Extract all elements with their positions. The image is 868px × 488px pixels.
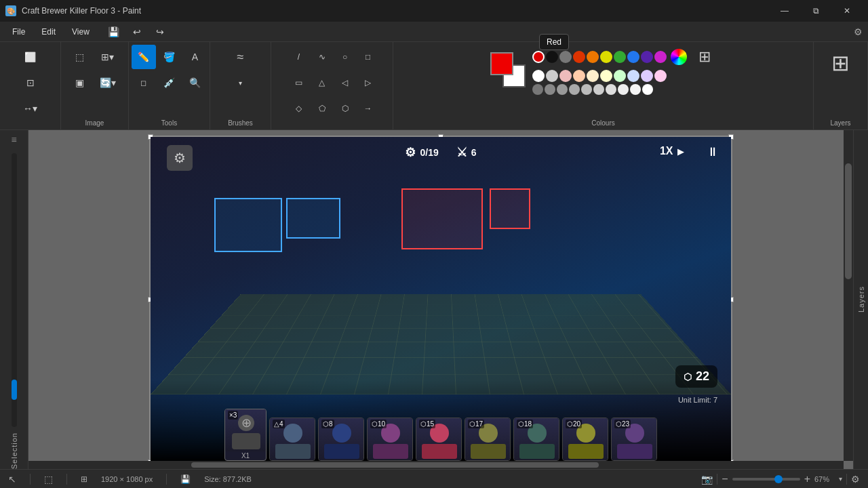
- zoom-dropdown-button[interactable]: ▾: [839, 475, 842, 483]
- diamond-tool[interactable]: ◇: [287, 96, 311, 121]
- swatch-darkred[interactable]: [573, 51, 585, 63]
- menu-item-view[interactable]: View: [65, 24, 96, 39]
- horizontal-scrollbar[interactable]: [28, 461, 844, 469]
- app-settings-button[interactable]: ⚙: [854, 26, 863, 37]
- rect-tool[interactable]: □: [356, 45, 380, 69]
- canvas-viewport[interactable]: ⚙ ⚙ 0/19 ⚔ 6 1X ▶ ⏸: [28, 130, 853, 469]
- swatch-lightyellow[interactable]: [600, 70, 612, 82]
- swatch-pink[interactable]: [654, 51, 667, 63]
- swatch-g1[interactable]: [532, 84, 543, 95]
- zoom-tool-button[interactable]: 🔍: [183, 70, 208, 95]
- swatch-lightgreen[interactable]: [614, 70, 626, 82]
- swatch-lavender[interactable]: [641, 70, 653, 82]
- colour-palette: ⊞: [532, 45, 717, 95]
- hud-gear-button[interactable]: ⚙: [167, 145, 193, 171]
- rainbow-color-button[interactable]: [671, 49, 687, 65]
- image-btn1[interactable]: ⬚: [68, 45, 92, 69]
- zoom-out-button[interactable]: −: [722, 473, 728, 485]
- pencil-button[interactable]: ✏️: [132, 45, 156, 69]
- red-box-1: [401, 188, 483, 249]
- image-btn4[interactable]: 🔄▾: [94, 70, 122, 95]
- swatch-g3[interactable]: [557, 84, 568, 95]
- canvas-image: ⚙ ⚙ 0/19 ⚔ 6 1X ▶ ⏸: [151, 137, 731, 462]
- brush-shape-btn[interactable]: ▾: [226, 70, 255, 95]
- h-scroll-thumb[interactable]: [191, 462, 599, 468]
- swatch-lightblue[interactable]: [627, 70, 639, 82]
- tri2-tool[interactable]: ▷: [356, 70, 380, 95]
- char-card-4[interactable]: ⬡15: [416, 418, 462, 461]
- swatch-lightpink[interactable]: [654, 70, 667, 82]
- text-button[interactable]: A: [183, 45, 208, 69]
- swatch-pinklight[interactable]: [559, 70, 572, 82]
- curve-tool[interactable]: ∿: [310, 45, 334, 69]
- swatch-g4[interactable]: [569, 84, 580, 95]
- swatch-blue[interactable]: [627, 51, 639, 63]
- swatch-g10[interactable]: [642, 84, 653, 95]
- zoom-in-button[interactable]: +: [804, 473, 810, 485]
- status-sep-1: [30, 474, 31, 485]
- swatch-g7[interactable]: [606, 84, 616, 95]
- line-tool[interactable]: /: [287, 45, 311, 69]
- swatch-gray[interactable]: [559, 51, 572, 63]
- swatch-lightgray[interactable]: [546, 70, 558, 82]
- swatch-black[interactable]: [546, 51, 558, 63]
- char-card-6[interactable]: ⬡18: [513, 418, 559, 461]
- layers-button[interactable]: ⊞: [831, 50, 850, 76]
- swatch-g8[interactable]: [618, 84, 629, 95]
- eraser-button[interactable]: ◻: [132, 70, 156, 95]
- swatch-g2[interactable]: [545, 84, 555, 95]
- zoom-thumb[interactable]: [774, 475, 783, 483]
- layers-icon-button[interactable]: ⊞: [692, 45, 717, 69]
- tri-tool[interactable]: △: [310, 70, 334, 95]
- swatch-peach[interactable]: [573, 70, 585, 82]
- menu-item-edit[interactable]: Edit: [35, 24, 62, 39]
- swatch-white[interactable]: [532, 70, 545, 82]
- char-card-8[interactable]: ⬡23: [611, 418, 657, 461]
- close-button[interactable]: ✕: [831, 0, 863, 22]
- char-card-3[interactable]: ⬡10: [367, 418, 413, 461]
- status-settings-button[interactable]: ⚙: [851, 474, 860, 485]
- save-quick-button[interactable]: 💾: [104, 22, 123, 41]
- rtri-tool[interactable]: ◁: [333, 70, 357, 95]
- menu-item-file[interactable]: File: [5, 24, 32, 39]
- restore-button[interactable]: ⧉: [800, 0, 831, 22]
- swatch-g5[interactable]: [581, 84, 592, 95]
- brush-btn[interactable]: ≈: [229, 45, 253, 69]
- right-scrollbar[interactable]: [844, 130, 853, 461]
- swatch-yellow[interactable]: [600, 51, 612, 63]
- char-card-1[interactable]: △4: [269, 418, 315, 461]
- undo-button[interactable]: ↩: [127, 22, 146, 41]
- swatch-purple[interactable]: [641, 51, 653, 63]
- oval-tool[interactable]: ○: [333, 45, 357, 69]
- char-card-0[interactable]: ×3 ⊕ X1: [224, 409, 267, 461]
- swatch-g6[interactable]: [593, 84, 604, 95]
- vertical-scroll-thumb[interactable]: [12, 380, 17, 400]
- select-all-button[interactable]: ⬜: [18, 45, 43, 69]
- rect2-tool[interactable]: ▭: [287, 70, 311, 95]
- swatch-green[interactable]: [614, 51, 626, 63]
- char-card-5[interactable]: ⬡17: [465, 418, 511, 461]
- foreground-color-swatch[interactable]: [490, 52, 513, 75]
- hex-tool[interactable]: ⬡: [333, 96, 357, 121]
- penta-tool[interactable]: ⬠: [310, 96, 334, 121]
- minimize-button[interactable]: —: [769, 0, 800, 22]
- swatch-red[interactable]: [532, 51, 545, 63]
- resize-button[interactable]: ↔▾: [16, 96, 45, 121]
- char-card-2[interactable]: ⬡8: [318, 418, 364, 461]
- swatch-g9[interactable]: [630, 84, 641, 95]
- redo-button[interactable]: ↪: [151, 22, 170, 41]
- layers-section: ⊞ Layers: [814, 42, 868, 129]
- char-card-7[interactable]: ⬡20: [562, 418, 608, 461]
- brushes-section: ≈ ▾ Brushes: [210, 42, 271, 129]
- image-btn2[interactable]: ⊞▾: [94, 45, 122, 69]
- fill-button[interactable]: 🪣: [157, 45, 182, 69]
- image-btn3[interactable]: ▣: [68, 70, 92, 95]
- v-scroll-thumb-right[interactable]: [845, 163, 852, 279]
- colour-row-1: ⊞: [532, 45, 717, 69]
- crop-button[interactable]: ⊡: [18, 70, 43, 95]
- hud-pause-button[interactable]: ⏸: [707, 145, 719, 159]
- swatch-orange[interactable]: [587, 51, 599, 63]
- color-picker-button[interactable]: 💉: [157, 70, 182, 95]
- arrow-tool[interactable]: →: [356, 96, 380, 121]
- swatch-cream[interactable]: [587, 70, 599, 82]
